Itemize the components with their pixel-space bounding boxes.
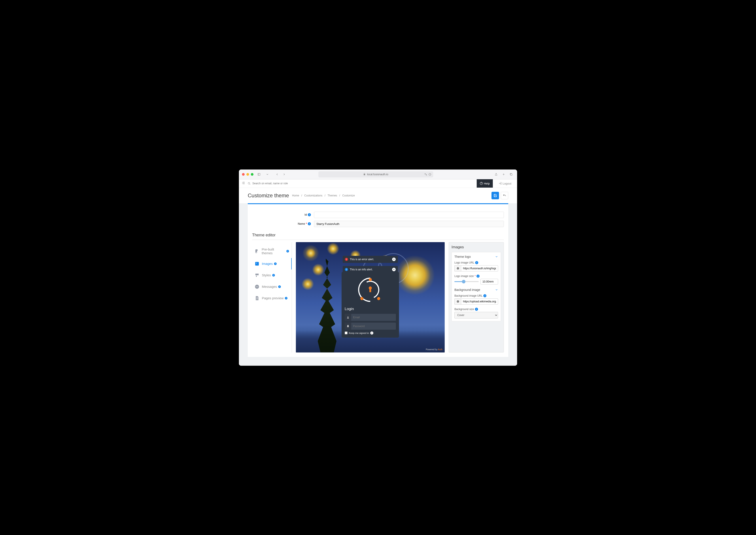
clear-icon (457, 300, 459, 303)
lock-icon (363, 173, 365, 176)
id-input[interactable] (314, 211, 504, 218)
svg-line-9 (249, 184, 250, 184)
svg-rect-0 (258, 173, 260, 175)
info-icon[interactable]: i (308, 213, 311, 216)
info-icon[interactable]: i (370, 331, 373, 334)
accordion-background-image[interactable]: Background image (454, 288, 498, 292)
bg-size-label: Background sizei (454, 308, 498, 311)
breadcrumb-home[interactable]: Home (292, 194, 299, 197)
info-icon[interactable]: i (475, 261, 478, 264)
breadcrumbs: Home/ Customizations/ Themes/ Customize (292, 194, 355, 197)
brush-icon (254, 272, 260, 278)
bg-url-label: Background image URLi (454, 294, 498, 297)
accordion-theme-logo[interactable]: Theme logo (454, 255, 498, 259)
back-cancel-button[interactable] (501, 192, 508, 199)
chevron-down-icon[interactable] (265, 172, 270, 177)
sidebar-toggle-icon[interactable] (256, 172, 262, 177)
info-icon[interactable]: i (477, 274, 480, 278)
svg-rect-11 (255, 262, 259, 266)
bg-size-select[interactable]: Cover (454, 312, 498, 319)
traffic-lights (242, 173, 253, 176)
login-card: Login (341, 272, 399, 337)
slider-thumb[interactable] (462, 280, 465, 283)
svg-point-16 (257, 286, 258, 287)
chevron-down-icon (495, 288, 498, 291)
name-label: Name*i (248, 222, 314, 225)
tabs-icon[interactable] (508, 172, 514, 177)
tab-styles[interactable]: Stylesi (252, 269, 292, 281)
powered-by-text: Powered by Auth (426, 348, 443, 351)
search-input[interactable] (252, 182, 474, 185)
chevron-down-icon (495, 255, 498, 258)
info-icon[interactable]: i (272, 274, 275, 276)
editor-title: Theme editor (252, 233, 504, 240)
browser-window: local.fusionauth.io Help Logout Customiz… (239, 170, 517, 366)
clear-logo-url-button[interactable] (454, 265, 461, 271)
svg-rect-4 (510, 174, 512, 176)
editor-layout: Pre-built themesi Imagesi Stylesi (252, 242, 504, 352)
info-icon[interactable]: i (308, 222, 311, 225)
logo-preview (358, 277, 382, 302)
info-icon[interactable]: i (286, 250, 289, 252)
email-input[interactable] (351, 314, 396, 321)
info-icon[interactable]: i (475, 308, 478, 311)
back-button[interactable] (274, 172, 280, 177)
image-icon (254, 261, 260, 267)
logo-url-input[interactable] (461, 265, 498, 271)
save-icon (493, 194, 497, 197)
svg-point-14 (256, 286, 256, 287)
address-bar[interactable]: local.fusionauth.io (318, 171, 433, 178)
close-window-button[interactable] (242, 173, 245, 176)
email-field-wrap (345, 314, 396, 321)
logo-size-slider[interactable] (454, 281, 479, 282)
tab-images[interactable]: Imagesi (252, 258, 292, 269)
info-icon[interactable]: i (483, 294, 486, 297)
tab-pages-preview[interactable]: Pages previewi (252, 293, 292, 304)
browser-chrome: local.fusionauth.io (239, 170, 517, 180)
properties-card: Theme logo Logo image URLi Logo image si… (451, 252, 501, 321)
reload-icon[interactable] (428, 173, 431, 176)
maximize-window-button[interactable] (251, 173, 253, 176)
new-tab-icon[interactable] (501, 172, 507, 177)
share-icon[interactable] (493, 172, 499, 177)
logout-button[interactable]: Logout (495, 180, 514, 187)
logo-size-row: 10.00rem (454, 279, 498, 285)
info-icon: i (345, 268, 348, 271)
svg-rect-18 (256, 298, 258, 298)
bg-url-input[interactable] (461, 298, 498, 305)
forward-button[interactable] (281, 172, 287, 177)
keep-signed-checkbox[interactable] (345, 331, 348, 334)
question-icon (480, 182, 483, 185)
clear-bg-url-button[interactable] (454, 298, 461, 305)
url-text: local.fusionauth.io (367, 173, 388, 176)
logo-size-value[interactable]: 10.00rem (480, 279, 498, 285)
name-input[interactable] (314, 221, 504, 227)
password-input[interactable] (351, 323, 396, 329)
close-icon[interactable]: ✕ (392, 258, 396, 261)
theme-card: Idi Name*i Theme editor Pre-built themes… (248, 203, 508, 357)
form-row-id: Idi (248, 210, 508, 219)
page-head: Customize theme Home/ Customizations/ Th… (239, 188, 517, 203)
help-button[interactable]: Help (477, 179, 493, 187)
logout-icon (499, 182, 502, 185)
info-icon[interactable]: i (285, 297, 287, 299)
info-icon[interactable]: i (278, 285, 281, 288)
tab-prebuilt-themes[interactable]: Pre-built themesi (252, 244, 292, 258)
minimize-window-button[interactable] (247, 173, 249, 176)
bg-url-group (454, 298, 498, 305)
info-icon[interactable]: i (274, 263, 276, 265)
keep-signed-row: Keep me signed in i (345, 331, 396, 334)
search-icon (248, 182, 250, 185)
translate-icon[interactable] (424, 173, 427, 176)
tab-messages[interactable]: Messagesi (252, 281, 292, 293)
error-alert: ! This is an error alert. ✕ (343, 256, 398, 263)
svg-rect-17 (256, 297, 258, 297)
menu-toggle-icon[interactable] (242, 181, 245, 185)
breadcrumb-themes[interactable]: Themes (328, 194, 337, 197)
editor-tabs: Pre-built themesi Imagesi Stylesi (252, 242, 292, 352)
save-button[interactable] (491, 192, 499, 199)
close-icon[interactable]: ✕ (392, 268, 396, 271)
chat-icon (254, 284, 260, 289)
breadcrumb-customizations[interactable]: Customizations (304, 194, 322, 197)
page-icon (254, 296, 260, 301)
